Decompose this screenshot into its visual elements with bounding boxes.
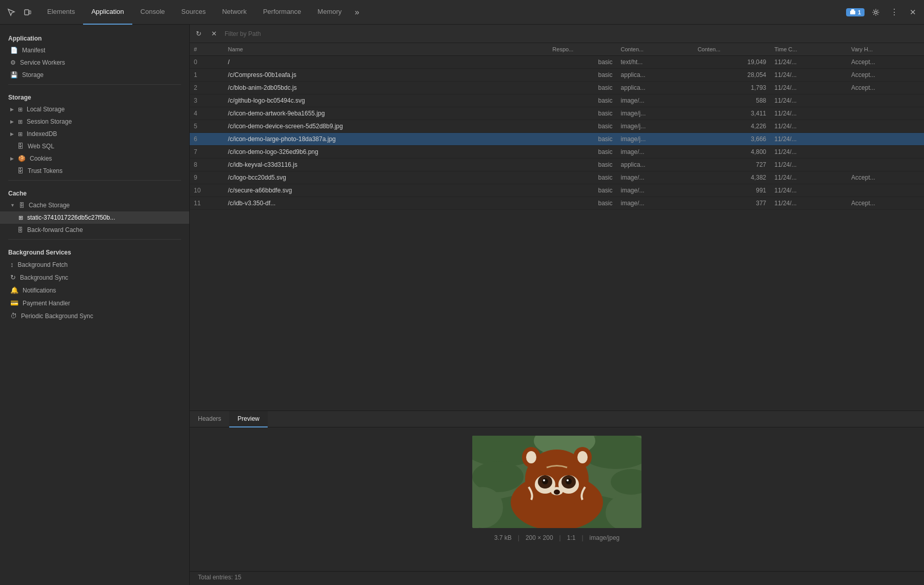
cache-storage-label: Cache Storage — [29, 202, 70, 209]
svg-point-19 — [542, 478, 548, 484]
svg-point-21 — [543, 479, 545, 481]
periodic-sync-icon: ⏱ — [10, 312, 17, 320]
right-panel: ↻ ✕ # Name Respo... Conten... Conten... … — [190, 25, 924, 585]
toolbar-left-icons — [4, 5, 35, 20]
divider-2 — [8, 180, 181, 181]
cache-storage-icon: 🗄 — [19, 202, 25, 208]
notifications-icon: 🔔 — [10, 286, 18, 294]
payment-handler-label: Payment Handler — [23, 300, 70, 307]
svg-point-26 — [526, 451, 536, 463]
table-row[interactable]: 1/c/Compress-00b1eafa.jsbasicapplica...2… — [190, 69, 924, 82]
tab-console[interactable]: Console — [132, 0, 173, 25]
meta-sep-3: | — [581, 534, 583, 541]
tab-performance[interactable]: Performance — [255, 0, 309, 25]
filter-input[interactable] — [223, 30, 922, 37]
sidebar: Application 📄 Manifest ⚙ Service Workers… — [0, 25, 190, 585]
more-tabs-button[interactable]: » — [350, 5, 364, 20]
sidebar-item-local-storage[interactable]: ▶ ⊞ Local Storage — [0, 103, 189, 115]
tab-elements[interactable]: Elements — [39, 0, 83, 25]
svg-rect-2 — [850, 11, 855, 14]
tab-memory[interactable]: Memory — [309, 0, 350, 25]
table-row[interactable]: 8/c/idb-keyval-c33d3116.jsbasicapplica..… — [190, 159, 924, 171]
cache-storage-chevron: ▼ — [10, 203, 15, 208]
table-row[interactable]: 5/c/icon-demo-device-screen-5d52d8b9.jpg… — [190, 120, 924, 133]
device-toolbar-button[interactable] — [21, 5, 35, 20]
sidebar-item-session-storage[interactable]: ▶ ⊞ Session Storage — [0, 115, 189, 128]
meta-sep-2: | — [559, 534, 561, 541]
payment-icon: 💳 — [10, 299, 18, 307]
cache-entry-label: static-3741017226db5c27f50b... — [27, 214, 115, 221]
preview-panel: Headers Preview — [190, 411, 924, 585]
table-row[interactable]: 0/basictext/ht...19,04911/24/...Accept..… — [190, 56, 924, 69]
col-header-time[interactable]: Time C... — [770, 43, 847, 56]
col-header-resp[interactable]: Respo... — [548, 43, 616, 56]
trust-tokens-label: Trust Tokens — [28, 167, 63, 174]
col-header-name[interactable]: Name — [224, 43, 549, 56]
tab-sources[interactable]: Sources — [173, 0, 214, 25]
sidebar-item-trust-tokens[interactable]: 🗄 Trust Tokens — [0, 165, 189, 177]
session-storage-label: Session Storage — [27, 118, 72, 125]
bg-fetch-icon: ↕ — [10, 261, 14, 268]
table-row[interactable]: 2/c/blob-anim-2db05bdc.jsbasicapplica...… — [190, 82, 924, 94]
svg-rect-0 — [25, 10, 29, 15]
col-header-num: # — [190, 43, 224, 56]
sidebar-item-background-sync[interactable]: ↻ Background Sync — [0, 271, 189, 284]
indexed-db-icon: ⊞ — [18, 131, 23, 138]
divider-1 — [8, 84, 181, 85]
cookies-label: Cookies — [30, 155, 52, 162]
tab-application[interactable]: Application — [83, 0, 132, 25]
preview-ratio: 1:1 — [567, 534, 576, 541]
sidebar-item-cache-storage-entry[interactable]: ⊞ static-3741017226db5c27f50b... — [0, 211, 189, 224]
table-row[interactable]: 11/c/idb-v3.350-df...basicimage/...37711… — [190, 197, 924, 210]
indexed-db-label: IndexedDB — [27, 130, 57, 138]
table-row[interactable]: 6/c/icon-demo-large-photo-18da387a.jpgba… — [190, 133, 924, 146]
main-layout: Application 📄 Manifest ⚙ Service Workers… — [0, 25, 924, 585]
sidebar-item-indexed-db[interactable]: ▶ ⊞ IndexedDB — [0, 128, 189, 140]
svg-point-24 — [554, 490, 560, 495]
sidebar-section-bg-services: Background Services — [0, 243, 189, 258]
sidebar-item-manifest[interactable]: 📄 Manifest — [0, 44, 189, 56]
table-row[interactable]: 4/c/icon-demo-artwork-9eba1655.jpgbasici… — [190, 107, 924, 120]
settings-button[interactable] — [869, 5, 883, 20]
close-devtools-button[interactable]: ✕ — [906, 5, 920, 20]
table-row[interactable]: 10/c/secure-a66bbdfe.svgbasicimage/...99… — [190, 184, 924, 197]
sidebar-item-notifications[interactable]: 🔔 Notifications — [0, 284, 189, 297]
cache-entry-icon: ⊞ — [18, 215, 23, 221]
cookies-chevron: ▶ — [10, 156, 14, 161]
back-forward-icon: 🗄 — [17, 227, 23, 233]
preview-total: Total entries: 15 — [198, 572, 242, 583]
table-row[interactable]: 3/c/github-logo-bc05494c.svgbasicimage/.… — [190, 94, 924, 107]
tab-network[interactable]: Network — [214, 0, 255, 25]
refresh-button[interactable]: ↻ — [192, 27, 205, 41]
top-toolbar: Elements Application Console Sources Net… — [0, 0, 924, 25]
svg-point-28 — [577, 451, 588, 463]
delete-all-button[interactable]: ✕ — [207, 27, 220, 41]
table-row[interactable]: 9/c/logo-bcc20dd5.svgbasicimage/...4,382… — [190, 171, 924, 184]
svg-point-3 — [875, 11, 877, 13]
col-header-cont1[interactable]: Conten... — [617, 43, 694, 56]
sidebar-item-storage-top[interactable]: 💾 Storage — [0, 69, 189, 81]
preview-meta: 3.7 kB | 200 × 200 | 1:1 | image/jpeg — [494, 534, 620, 541]
overflow-menu-button[interactable]: ⋮ — [887, 5, 901, 20]
divider-3 — [8, 239, 181, 240]
inspect-element-button[interactable] — [4, 5, 18, 20]
table-row[interactable]: 7/c/icon-demo-logo-326ed9b6.pngbasicimag… — [190, 146, 924, 159]
col-header-vary[interactable]: Vary H... — [847, 43, 924, 56]
tab-headers[interactable]: Headers — [190, 411, 229, 427]
bg-sync-icon: ↻ — [10, 274, 16, 281]
sidebar-item-back-forward-cache[interactable]: 🗄 Back-forward Cache — [0, 224, 189, 236]
sidebar-item-periodic-bg-sync[interactable]: ⏱ Periodic Background Sync — [0, 309, 189, 322]
tab-preview[interactable]: Preview — [229, 411, 268, 427]
preview-size: 3.7 kB — [494, 534, 512, 541]
sidebar-item-cookies[interactable]: ▶ 🍪 Cookies — [0, 152, 189, 165]
sidebar-item-cache-storage[interactable]: ▼ 🗄 Cache Storage — [0, 199, 189, 211]
col-header-cont2[interactable]: Conten... — [693, 43, 770, 56]
sidebar-item-background-fetch[interactable]: ↕ Background Fetch — [0, 258, 189, 271]
sidebar-section-storage: Storage — [0, 88, 189, 103]
sidebar-item-service-workers[interactable]: ⚙ Service Workers — [0, 56, 189, 69]
sidebar-item-payment-handler[interactable]: 💳 Payment Handler — [0, 297, 189, 309]
sidebar-item-web-sql[interactable]: 🗄 Web SQL — [0, 140, 189, 152]
trust-tokens-icon: 🗄 — [17, 167, 24, 174]
cookies-icon: 🍪 — [18, 155, 26, 162]
sidebar-section-application: Application — [0, 29, 189, 44]
